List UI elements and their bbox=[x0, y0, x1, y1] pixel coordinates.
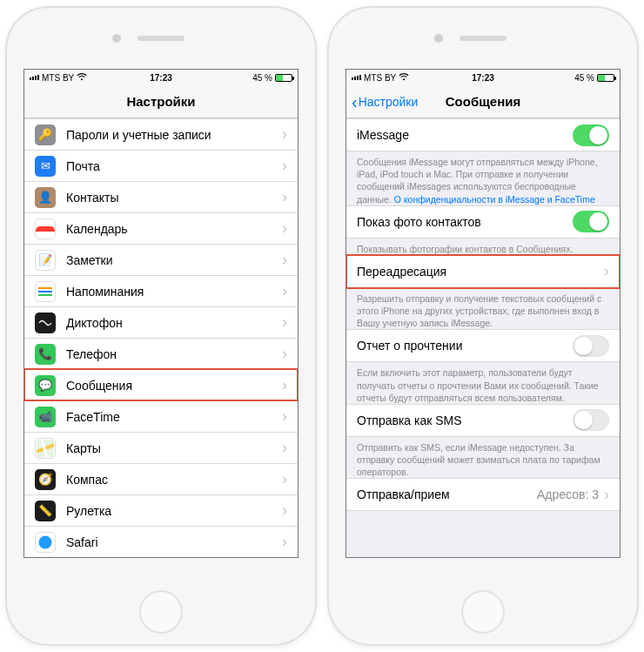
settings-row-reminders[interactable]: Напоминания› bbox=[24, 275, 298, 306]
phone-camera bbox=[112, 34, 121, 43]
phone-speaker bbox=[460, 36, 506, 41]
wifi-icon bbox=[399, 73, 409, 83]
settings-row-maps[interactable]: Карты› bbox=[24, 432, 298, 463]
row-label: Заметки bbox=[66, 253, 282, 267]
row-sendreceive[interactable]: Отправка/приемАдресов: 3› bbox=[346, 478, 620, 511]
screen-right: MTS BY 17:23 45 % ‹ Настройки Сообщения … bbox=[345, 69, 621, 558]
status-bar: MTS BY 17:23 45 % bbox=[24, 70, 298, 85]
row-label: Показ фото контактов bbox=[357, 215, 573, 229]
row-label: Контакты bbox=[66, 191, 282, 205]
chevron-right-icon: › bbox=[604, 486, 609, 504]
measure-icon: 📏 bbox=[35, 501, 56, 521]
battery-pct: 45 % bbox=[574, 73, 594, 83]
battery-pct: 45 % bbox=[252, 73, 272, 83]
contacts-icon: 👤 bbox=[35, 187, 56, 208]
row-label: Safari bbox=[66, 535, 282, 549]
settings-row-phone[interactable]: 📞Телефон› bbox=[24, 338, 298, 369]
row-label: Напоминания bbox=[66, 285, 282, 299]
home-button[interactable] bbox=[461, 590, 505, 634]
chevron-right-icon: › bbox=[282, 313, 287, 332]
row-label: Почта bbox=[66, 159, 282, 173]
facetime-icon: 📹 bbox=[35, 407, 56, 427]
notes-icon: 📝 bbox=[35, 250, 56, 271]
phone-right: MTS BY 17:23 45 % ‹ Настройки Сообщения … bbox=[327, 6, 639, 646]
messages-settings[interactable]: iMessageСообщения iMessage могут отправл… bbox=[346, 118, 620, 557]
settings-row-facetime[interactable]: 📹FaceTime› bbox=[24, 400, 298, 432]
settings-row-calendar[interactable]: Календарь› bbox=[24, 212, 298, 244]
back-button[interactable]: ‹ Настройки bbox=[352, 85, 418, 118]
settings-row-compass[interactable]: 🧭Компас› bbox=[24, 463, 298, 494]
chevron-right-icon: › bbox=[282, 219, 287, 238]
signal-icon bbox=[30, 75, 39, 80]
group-footer: Разрешить отправку и получение текстовых… bbox=[346, 288, 620, 330]
chevron-right-icon: › bbox=[282, 470, 287, 488]
settings-row-notes[interactable]: 📝Заметки› bbox=[24, 244, 298, 275]
settings-row-messages[interactable]: 💬Сообщения› bbox=[24, 369, 298, 400]
settings-row-voice[interactable]: Диктофон› bbox=[24, 306, 298, 338]
screen-left: MTS BY 17:23 45 % Настройки 🔑Пароли и уч… bbox=[23, 69, 299, 558]
chevron-right-icon: › bbox=[282, 125, 287, 144]
mail-icon: ✉ bbox=[35, 156, 56, 177]
clock: 17:23 bbox=[439, 73, 527, 83]
group-footer: Показывать фотографии контактов в Сообще… bbox=[346, 239, 620, 255]
chevron-right-icon: › bbox=[604, 262, 609, 280]
compass-icon: 🧭 bbox=[35, 469, 56, 490]
settings-row-passwords[interactable]: 🔑Пароли и учетные записи› bbox=[24, 118, 298, 150]
row-imessage[interactable]: iMessage bbox=[346, 118, 620, 151]
wifi-icon bbox=[77, 73, 87, 83]
chevron-right-icon: › bbox=[282, 157, 287, 175]
chevron-right-icon: › bbox=[282, 407, 287, 426]
row-forwarding[interactable]: Переадресация› bbox=[346, 255, 620, 288]
row-sendassms[interactable]: Отправка как SMS bbox=[346, 404, 620, 437]
row-label: Отчет о прочтении bbox=[357, 339, 573, 353]
row-label: Переадресация bbox=[357, 265, 604, 279]
safari-icon bbox=[35, 532, 56, 553]
row-label: Календарь bbox=[66, 222, 282, 236]
row-showphotos[interactable]: Показ фото контактов bbox=[346, 205, 620, 239]
passwords-icon: 🔑 bbox=[35, 124, 56, 145]
chevron-right-icon: › bbox=[282, 501, 287, 520]
settings-list[interactable]: 🔑Пароли и учетные записи›✉Почта›👤Контакт… bbox=[24, 118, 298, 557]
home-button[interactable] bbox=[139, 590, 183, 634]
battery-icon bbox=[275, 74, 292, 82]
page-title: Сообщения bbox=[446, 94, 520, 109]
chevron-right-icon: › bbox=[282, 282, 287, 300]
chevron-right-icon: › bbox=[282, 439, 287, 457]
phone-camera bbox=[434, 34, 443, 43]
row-label: Пароли и учетные записи bbox=[66, 128, 282, 142]
settings-row-contacts[interactable]: 👤Контакты› bbox=[24, 181, 298, 212]
settings-row-measure[interactable]: 📏Рулетка› bbox=[24, 494, 298, 526]
chevron-right-icon: › bbox=[282, 251, 287, 269]
row-label: Отправка как SMS bbox=[357, 413, 573, 427]
toggle-imessage[interactable] bbox=[573, 124, 609, 146]
chevron-right-icon: › bbox=[282, 376, 287, 394]
row-readreceipts[interactable]: Отчет о прочтении bbox=[346, 329, 620, 362]
carrier-label: MTS BY bbox=[364, 73, 396, 83]
row-label: Отправка/прием bbox=[357, 487, 537, 501]
row-detail: Адресов: 3 bbox=[537, 487, 599, 501]
row-label: Диктофон bbox=[66, 316, 282, 330]
page-title: Настройки bbox=[126, 94, 195, 109]
status-bar: MTS BY 17:23 45 % bbox=[346, 70, 620, 85]
toggle-showphotos[interactable] bbox=[573, 211, 609, 232]
group-footer: Если включить этот параметр, пользовател… bbox=[346, 362, 620, 404]
phone-icon: 📞 bbox=[35, 344, 56, 365]
chevron-right-icon: › bbox=[282, 188, 287, 206]
row-label: Карты bbox=[66, 441, 282, 455]
phone-left: MTS BY 17:23 45 % Настройки 🔑Пароли и уч… bbox=[5, 6, 317, 646]
phone-speaker bbox=[138, 36, 184, 41]
battery-icon bbox=[597, 74, 614, 82]
nav-bar: Настройки bbox=[24, 85, 298, 118]
footer-link[interactable]: О конфиденциальности в iMessage и FaceTi… bbox=[394, 194, 595, 205]
chevron-right-icon: › bbox=[282, 345, 287, 363]
settings-row-mail[interactable]: ✉Почта› bbox=[24, 150, 298, 181]
carrier-label: MTS BY bbox=[42, 73, 74, 83]
settings-row-safari[interactable]: Safari› bbox=[24, 526, 298, 557]
svg-point-1 bbox=[39, 535, 52, 548]
maps-icon bbox=[35, 438, 56, 459]
group-footer: Отправить как SMS, если iMessage недосту… bbox=[346, 437, 620, 479]
toggle-sendassms[interactable] bbox=[573, 409, 609, 431]
calendar-icon bbox=[35, 218, 56, 239]
row-label: Компас bbox=[66, 473, 282, 487]
toggle-readreceipts[interactable] bbox=[573, 335, 609, 357]
